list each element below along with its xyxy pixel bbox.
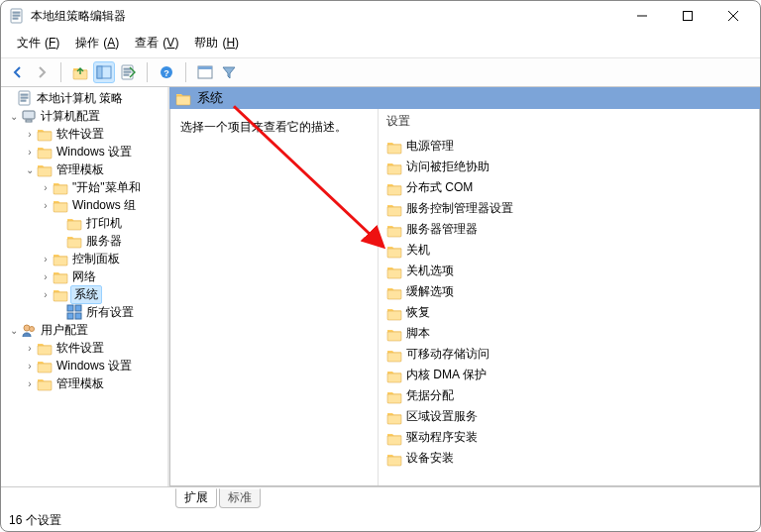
- tree-all-settings[interactable]: 所有设置: [1, 303, 167, 321]
- collapse-toggle[interactable]: ⌄: [7, 325, 21, 336]
- properties-button[interactable]: [194, 61, 216, 83]
- tree-user-software[interactable]: › 软件设置: [1, 339, 167, 357]
- settings-list[interactable]: 设置 电源管理访问被拒绝协助分布式 COM服务控制管理器设置服务器管理器关机关机…: [379, 109, 759, 485]
- expand-toggle[interactable]: ›: [23, 129, 37, 140]
- up-button[interactable]: [69, 61, 91, 83]
- help-button[interactable]: ?: [156, 61, 177, 83]
- back-button[interactable]: [7, 61, 29, 83]
- list-item[interactable]: 脚本: [379, 323, 759, 344]
- list-item[interactable]: 恢复: [379, 302, 759, 323]
- filter-icon: [221, 64, 237, 80]
- list-item[interactable]: 分布式 COM: [379, 177, 759, 198]
- folder-icon: [66, 233, 82, 249]
- export-button[interactable]: [117, 61, 139, 83]
- list-item[interactable]: 设备安装: [379, 448, 759, 469]
- tree-root[interactable]: 本地计算机 策略: [1, 89, 167, 107]
- tree-admin-templates[interactable]: ⌄ 管理模板: [1, 160, 167, 178]
- minimize-button[interactable]: [619, 1, 665, 31]
- list-item-label: 服务控制管理器设置: [406, 200, 513, 217]
- expand-toggle[interactable]: ›: [23, 378, 37, 389]
- list-item-label: 服务器管理器: [406, 221, 478, 238]
- expand-toggle[interactable]: ›: [39, 182, 53, 193]
- tree-user-windows[interactable]: › Windows 设置: [1, 357, 167, 374]
- tree-servers[interactable]: 服务器: [1, 232, 167, 250]
- column-header-settings[interactable]: 设置: [379, 109, 759, 136]
- list-item-label: 设备安装: [406, 450, 454, 467]
- tree-user-admin[interactable]: › 管理模板: [1, 374, 167, 392]
- tree-windows-settings[interactable]: › Windows 设置: [1, 143, 167, 160]
- close-button[interactable]: [710, 1, 756, 31]
- list-item[interactable]: 内核 DMA 保护: [379, 365, 759, 385]
- expand-toggle[interactable]: ›: [39, 200, 53, 211]
- collapse-toggle[interactable]: ⌄: [7, 111, 21, 122]
- forward-button[interactable]: [31, 61, 53, 83]
- expand-toggle[interactable]: ›: [23, 147, 37, 158]
- tree-control-panel[interactable]: › 控制面板: [1, 250, 167, 267]
- list-item[interactable]: 驱动程序安装: [379, 427, 759, 448]
- tree-label: 管理模板: [54, 161, 106, 178]
- tree-software-settings[interactable]: › 软件设置: [1, 125, 167, 143]
- show-tree-button[interactable]: [93, 61, 115, 83]
- tree-system[interactable]: › 系统: [1, 285, 167, 303]
- tree-panel[interactable]: 本地计算机 策略 ⌄ 计算机配置 › 软件设置 › Windows 设置 ⌄ 管…: [1, 87, 169, 486]
- list-item-label: 区域设置服务: [406, 408, 478, 425]
- maximize-button[interactable]: [665, 1, 710, 31]
- tree-label: Windows 设置: [54, 144, 134, 160]
- tree-network[interactable]: › 网络: [1, 267, 167, 285]
- tree-printers[interactable]: 打印机: [1, 214, 167, 232]
- tree-label: 所有设置: [84, 304, 136, 321]
- export-list-icon: [120, 64, 136, 80]
- tree-start-menu[interactable]: › "开始"菜单和: [1, 178, 167, 196]
- folder-icon: [53, 197, 68, 213]
- filter-button[interactable]: [218, 61, 240, 83]
- toolbar-divider: [60, 62, 61, 82]
- menu-help[interactable]: 帮助(H): [186, 33, 243, 53]
- folder-icon: [37, 375, 53, 391]
- details-body: 选择一个项目来查看它的描述。 设置 电源管理访问被拒绝协助分布式 COM服务控制…: [169, 109, 760, 486]
- all-settings-icon: [66, 304, 82, 320]
- tab-standard[interactable]: 标准: [219, 488, 261, 508]
- tree-label: 服务器: [84, 233, 124, 250]
- list-item[interactable]: 区域设置服务: [379, 406, 759, 427]
- collapse-toggle[interactable]: ⌄: [23, 164, 37, 175]
- list-item[interactable]: 服务控制管理器设置: [379, 198, 759, 219]
- folder-icon: [386, 284, 402, 300]
- tab-extended[interactable]: 扩展: [175, 488, 217, 508]
- list-item-label: 访问被拒绝协助: [406, 159, 489, 175]
- folder-icon: [386, 451, 402, 467]
- window-controls: [619, 1, 756, 31]
- list-item[interactable]: 电源管理: [379, 136, 759, 157]
- expand-toggle[interactable]: ›: [39, 271, 53, 282]
- expand-toggle[interactable]: ›: [39, 254, 53, 265]
- list-item[interactable]: 关机: [379, 240, 759, 261]
- list-item[interactable]: 访问被拒绝协助: [379, 157, 759, 177]
- minimize-icon: [637, 11, 647, 21]
- list-item[interactable]: 服务器管理器: [379, 219, 759, 240]
- forward-arrow-icon: [34, 64, 50, 80]
- menu-view[interactable]: 查看(V): [127, 33, 182, 53]
- menu-file[interactable]: 文件(F): [9, 33, 63, 53]
- details-header: 系统: [169, 87, 760, 109]
- list-item-label: 电源管理: [406, 138, 454, 155]
- tree-windows-components[interactable]: › Windows 组: [1, 196, 167, 214]
- svg-rect-19: [97, 66, 102, 78]
- tree-label: Windows 组: [70, 197, 138, 214]
- list-item-label: 关机: [406, 242, 430, 259]
- list-item[interactable]: 可移动存储访问: [379, 344, 759, 365]
- expand-toggle[interactable]: ›: [23, 343, 37, 354]
- computer-icon: [21, 108, 37, 124]
- tree-user-config[interactable]: ⌄ 用户配置: [1, 321, 167, 339]
- properties-icon: [197, 64, 213, 80]
- folder-icon: [386, 180, 402, 196]
- expand-toggle[interactable]: ›: [23, 361, 37, 372]
- menu-action[interactable]: 操作(A): [67, 33, 123, 53]
- list-item[interactable]: 缓解选项: [379, 281, 759, 302]
- folder-up-icon: [72, 64, 88, 80]
- expand-toggle[interactable]: ›: [39, 289, 53, 300]
- tree-computer-config[interactable]: ⌄ 计算机配置: [1, 107, 167, 125]
- list-item[interactable]: 凭据分配: [379, 385, 759, 406]
- list-item[interactable]: 关机选项: [379, 261, 759, 281]
- tree-label: 控制面板: [70, 251, 122, 267]
- list-item-label: 内核 DMA 保护: [406, 367, 487, 383]
- tree-label: "开始"菜单和: [70, 179, 143, 196]
